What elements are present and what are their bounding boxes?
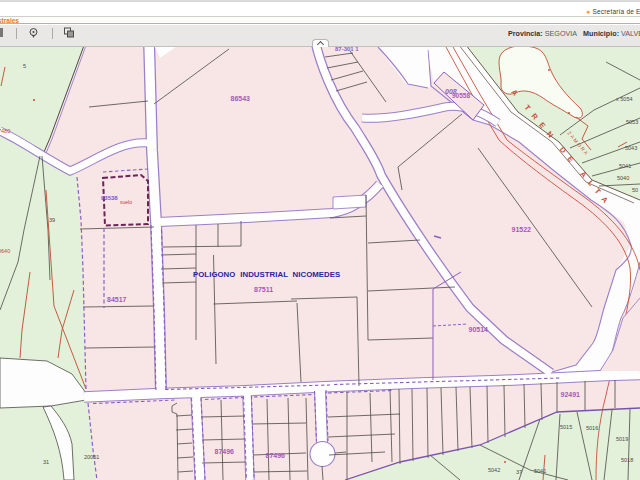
svg-text:5041: 5041 bbox=[534, 468, 546, 474]
svg-text:7480: 7480 bbox=[0, 128, 10, 134]
svg-text:90514: 90514 bbox=[469, 326, 489, 333]
svg-text:50: 50 bbox=[632, 187, 638, 193]
svg-text:87496: 87496 bbox=[266, 452, 286, 459]
svg-text:5053: 5053 bbox=[626, 119, 638, 125]
svg-text:5019: 5019 bbox=[616, 436, 628, 442]
svg-text:87511: 87511 bbox=[254, 286, 273, 293]
svg-text:84517: 84517 bbox=[107, 296, 127, 303]
svg-text:92491: 92491 bbox=[561, 391, 581, 398]
svg-text:37: 37 bbox=[516, 469, 522, 475]
svg-text:POLIGONO INDUSTRIAL NICOMEDES: POLIGONO INDUSTRIAL NICOMEDES bbox=[193, 270, 340, 279]
svg-text:91522: 91522 bbox=[512, 226, 532, 233]
svg-text:87496: 87496 bbox=[215, 448, 235, 455]
svg-text:suelo: suelo bbox=[120, 199, 132, 205]
svg-text:x 5054: x 5054 bbox=[616, 96, 633, 102]
svg-text:86543: 86543 bbox=[231, 95, 251, 102]
svg-text:39: 39 bbox=[49, 217, 55, 223]
svg-text:5: 5 bbox=[23, 63, 26, 69]
svg-text:008: 008 bbox=[445, 88, 457, 95]
svg-text:5041: 5041 bbox=[619, 163, 631, 169]
svg-text:5016: 5016 bbox=[586, 425, 598, 431]
svg-text:5043: 5043 bbox=[625, 145, 637, 151]
svg-text:5018: 5018 bbox=[621, 457, 633, 463]
svg-text:5040: 5040 bbox=[617, 175, 629, 181]
svg-text:31: 31 bbox=[43, 459, 49, 465]
svg-text:93538: 93538 bbox=[101, 195, 118, 201]
svg-text:0640: 0640 bbox=[0, 248, 10, 254]
svg-text:20051: 20051 bbox=[84, 454, 99, 460]
svg-text:5042: 5042 bbox=[488, 467, 500, 473]
svg-text:5015: 5015 bbox=[560, 424, 572, 430]
